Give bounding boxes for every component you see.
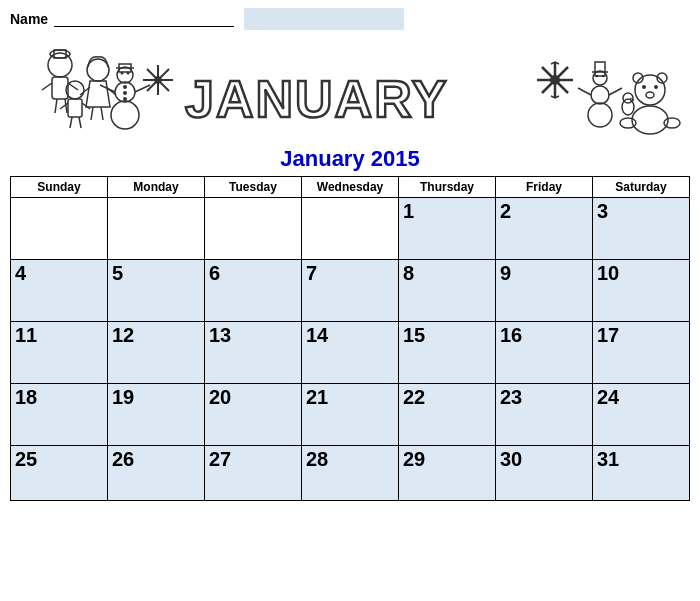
calendar-day-cell: 6 [205, 260, 302, 322]
calendar-day-cell: 20 [205, 384, 302, 446]
calendar-day-cell: 7 [302, 260, 399, 322]
calendar-week-row: 123 [11, 198, 690, 260]
header-illustration: JANUARY [10, 34, 690, 144]
calendar-day-cell: 23 [496, 384, 593, 446]
col-saturday: Saturday [593, 177, 690, 198]
winter-scene-svg: JANUARY [10, 35, 690, 143]
svg-point-52 [596, 75, 598, 77]
calendar-day-cell: 21 [302, 384, 399, 446]
svg-point-25 [121, 72, 124, 75]
calendar-day-cell: 18 [11, 384, 108, 446]
calendar-day-cell: 8 [399, 260, 496, 322]
name-box [244, 8, 404, 30]
calendar-day-cell: 5 [108, 260, 205, 322]
calendar-day-cell: 9 [496, 260, 593, 322]
calendar-day-cell [205, 198, 302, 260]
col-monday: Monday [108, 177, 205, 198]
calendar-page: Name [0, 0, 700, 601]
calendar-day-cell: 28 [302, 446, 399, 501]
calendar-day-cell: 4 [11, 260, 108, 322]
svg-point-60 [654, 85, 658, 89]
calendar-week-row: 45678910 [11, 260, 690, 322]
col-wednesday: Wednesday [302, 177, 399, 198]
svg-point-27 [123, 85, 127, 89]
calendar-day-cell: 11 [11, 322, 108, 384]
calendar-day-cell: 29 [399, 446, 496, 501]
svg-point-28 [123, 91, 127, 95]
calendar-table: Sunday Monday Tuesday Wednesday Thursday… [10, 176, 690, 501]
calendar-day-cell: 30 [496, 446, 593, 501]
svg-point-53 [602, 75, 604, 77]
calendar-week-row: 11121314151617 [11, 322, 690, 384]
calendar-day-cell [108, 198, 205, 260]
calendar-week-row: 18192021222324 [11, 384, 690, 446]
calendar-day-cell: 27 [205, 446, 302, 501]
calendar-day-cell [302, 198, 399, 260]
calendar-day-cell: 14 [302, 322, 399, 384]
calendar-day-cell: 26 [108, 446, 205, 501]
calendar-day-cell: 15 [399, 322, 496, 384]
calendar-day-cell: 10 [593, 260, 690, 322]
svg-text:JANUARY: JANUARY [185, 70, 448, 128]
calendar-header-row: Sunday Monday Tuesday Wednesday Thursday… [11, 177, 690, 198]
calendar-day-cell: 16 [496, 322, 593, 384]
calendar-day-cell: 3 [593, 198, 690, 260]
col-friday: Friday [496, 177, 593, 198]
col-thursday: Thursday [399, 177, 496, 198]
name-row: Name [10, 8, 690, 30]
calendar-day-cell: 13 [205, 322, 302, 384]
calendar-day-cell: 25 [11, 446, 108, 501]
calendar-day-cell: 22 [399, 384, 496, 446]
calendar-day-cell: 1 [399, 198, 496, 260]
calendar-day-cell: 17 [593, 322, 690, 384]
calendar-day-cell: 2 [496, 198, 593, 260]
month-title: January 2015 [10, 146, 690, 172]
name-underline [54, 11, 234, 27]
svg-point-59 [642, 85, 646, 89]
calendar-week-row: 25262728293031 [11, 446, 690, 501]
calendar-day-cell [11, 198, 108, 260]
calendar-day-cell: 19 [108, 384, 205, 446]
calendar-day-cell: 31 [593, 446, 690, 501]
calendar-day-cell: 12 [108, 322, 205, 384]
col-sunday: Sunday [11, 177, 108, 198]
svg-point-29 [123, 97, 127, 101]
svg-point-26 [127, 72, 130, 75]
name-label: Name [10, 11, 48, 27]
col-tuesday: Tuesday [205, 177, 302, 198]
calendar-day-cell: 24 [593, 384, 690, 446]
